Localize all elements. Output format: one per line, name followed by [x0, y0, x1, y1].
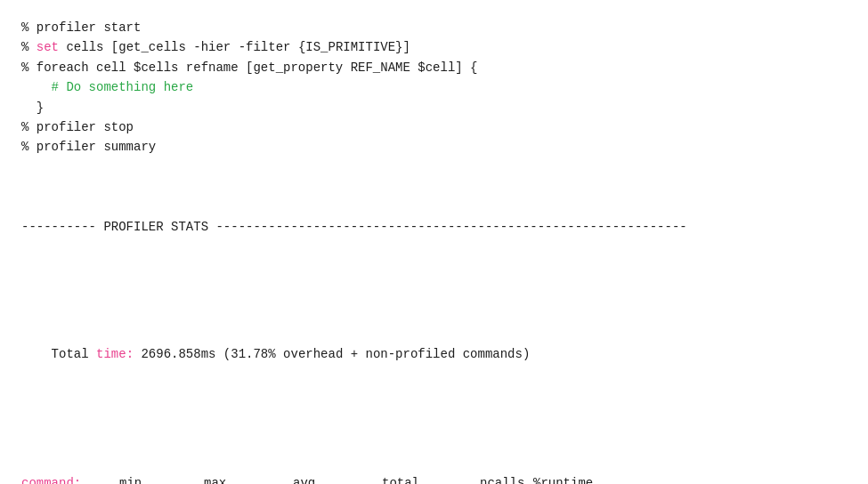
code-line-7: % profiler summary	[21, 137, 847, 157]
code-text: cells [get_cells -hier -filter {IS_PRIMI…	[59, 37, 410, 57]
code-line-6: % profiler stop	[21, 117, 847, 137]
table-header-row: command: min max avg total ncalls %runti…	[21, 473, 604, 484]
stats-table: command: min max avg total ncalls %runti…	[21, 473, 604, 484]
code-block: % profiler start % set cells [get_cells …	[21, 18, 847, 157]
col-header-total: total	[382, 473, 480, 484]
header-min-label: min	[119, 476, 142, 484]
code-text: % profiler start	[21, 18, 141, 37]
code-text: % profiler stop	[21, 117, 134, 137]
header-runtime-label: %runtime	[533, 476, 593, 484]
header-ncalls-label: ncalls	[480, 476, 524, 484]
col-header-max: max	[204, 473, 293, 484]
code-line-5: }	[21, 98, 847, 117]
code-text: % profiler summary	[21, 137, 156, 157]
code-text: % foreach cell $cells refname [get_prope…	[21, 58, 477, 77]
col-header-avg: avg	[293, 473, 382, 484]
code-line-4: # Do something here	[21, 77, 847, 97]
code-line-3: % foreach cell $cells refname [get_prope…	[21, 58, 847, 77]
col-header-min: min	[119, 473, 204, 484]
code-comment: # Do something here	[21, 77, 193, 97]
total-time-value: 2696.858ms (31.78% overhead + non-profil…	[134, 347, 530, 361]
code-text: }	[21, 98, 44, 117]
header-total-label: total	[382, 476, 419, 484]
header-max-label: max	[204, 476, 226, 484]
stats-block: ---------- PROFILER STATS --------------…	[21, 175, 847, 484]
keyword-set: set	[37, 37, 59, 57]
col-header-runtime: %runtime	[533, 473, 604, 484]
stats-separator-top: ---------- PROFILER STATS --------------…	[21, 217, 847, 238]
stats-total-line: Total time: 2696.858ms (31.78% overhead …	[21, 323, 847, 386]
code-text: %	[21, 37, 37, 57]
col-header-command: command:	[21, 473, 119, 484]
code-line-1: % profiler start	[21, 18, 847, 37]
header-command-label: command:	[21, 476, 81, 484]
total-prefix: Total	[52, 347, 96, 361]
code-line-2: % set cells [get_cells -hier -filter {IS…	[21, 37, 847, 57]
header-avg-label: avg	[293, 476, 315, 484]
col-header-ncalls: ncalls	[480, 473, 533, 484]
total-time-label: time:	[96, 347, 134, 361]
